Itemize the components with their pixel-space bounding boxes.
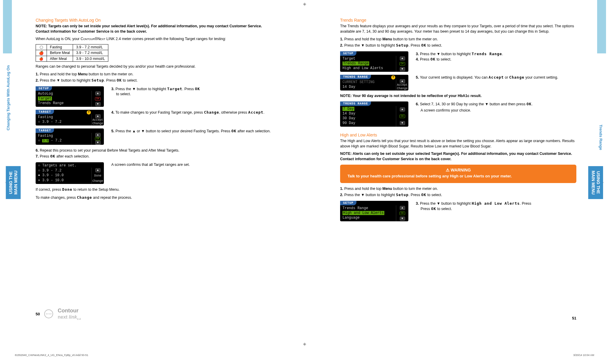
t: link bbox=[69, 314, 77, 320]
t: Change bbox=[77, 195, 92, 200]
ok-button: OK bbox=[399, 62, 405, 66]
t: Press bbox=[419, 57, 430, 61]
help-icon: ? bbox=[87, 110, 91, 115]
t: Press the ▼ button to highlight bbox=[114, 87, 167, 91]
file-name: 81552940_CntrNextLINK2_4_UG_ENca_FpBp_v0… bbox=[15, 354, 88, 357]
t: button to turn the meter on. bbox=[88, 72, 133, 76]
heading-high-low-alerts: High and Low Alerts bbox=[340, 133, 576, 137]
device-screen-setup-alerts: SETUP Trends Range High and Low Alerts L… bbox=[340, 201, 408, 221]
t: Setup bbox=[396, 193, 409, 197]
n: 5. bbox=[416, 75, 419, 80]
t: Setup bbox=[91, 78, 104, 82]
cell: Fasting bbox=[47, 44, 73, 50]
t: . Press bbox=[409, 193, 421, 197]
t: Target bbox=[38, 96, 52, 101]
device-screen-trends-select: TRENDS RANGE 7 Day 14 Day 30 Day 90 Day … bbox=[340, 101, 408, 127]
page-number: 51 bbox=[572, 316, 576, 320]
page-footer-left: 50 BAYER Contour next link2.4 bbox=[36, 308, 81, 320]
steps: 1. Press and hold the top Menu button to… bbox=[340, 186, 576, 198]
t: to select. bbox=[111, 92, 131, 96]
right-spine bbox=[597, 0, 606, 53]
menu-item: Trends Range bbox=[342, 61, 396, 66]
t: Press the ▼ button to highlight bbox=[419, 201, 472, 206]
t: ○ 3.9 - 7.2 bbox=[38, 120, 91, 124]
menu-item: Target bbox=[342, 56, 396, 61]
t: High and Low Alerts bbox=[472, 201, 520, 206]
up-arrow-icon: ▲ bbox=[400, 79, 405, 83]
t: to select. bbox=[426, 193, 442, 197]
make-changes: To make changes, press Change and repeat… bbox=[36, 195, 272, 201]
t: OK bbox=[195, 87, 200, 91]
page-number: 50 bbox=[36, 312, 40, 316]
cell: Before Meal bbox=[47, 50, 73, 56]
n: 2. bbox=[340, 43, 343, 47]
t: To make changes, press bbox=[36, 195, 77, 200]
t: OK bbox=[421, 43, 426, 47]
warning-box: ⚠ WARNING Talk to your health care profe… bbox=[340, 165, 576, 183]
list-item: 2. Press the ▼ button to highlight Setup… bbox=[340, 192, 576, 198]
t: Accept bbox=[489, 75, 504, 80]
section-tab-right: Trends Range bbox=[599, 125, 603, 150]
before-meal-icon: 🍎 bbox=[36, 50, 47, 56]
menu-item: High and Low Alerts bbox=[342, 66, 396, 71]
warning-body: Talk to your health care professional be… bbox=[348, 174, 569, 179]
menu-tab-left: USING THE MAIN MENU bbox=[6, 166, 21, 199]
device-screen-target-accept: TARGET ? Fasting ○ 3.9 - 7.2 ▲ Accept Ch… bbox=[36, 110, 104, 125]
t: to select. bbox=[436, 207, 452, 211]
cell: After Meal bbox=[47, 56, 73, 61]
t: Press and hold the top bbox=[343, 187, 382, 191]
step-5: 5. Press the ▲ or ▼ button to select you… bbox=[111, 128, 272, 134]
t: Contour bbox=[80, 37, 95, 41]
t: OK bbox=[117, 78, 122, 82]
t: . bbox=[532, 102, 532, 106]
t: your current setting. bbox=[524, 75, 558, 80]
t: Menu bbox=[78, 72, 88, 76]
crop-mark-top: ◈ bbox=[303, 1, 306, 6]
t: Done bbox=[62, 187, 72, 192]
screen-title: SETUP bbox=[340, 51, 356, 56]
step-5: 5. Your current setting is displayed. Yo… bbox=[416, 75, 576, 80]
t: Change bbox=[204, 110, 219, 115]
t: . bbox=[264, 110, 264, 115]
t: - 7.2 bbox=[49, 139, 61, 143]
n: 3. bbox=[416, 52, 419, 56]
steps: 1. Press and hold the top Menu button to… bbox=[340, 36, 576, 48]
t: WARNING bbox=[451, 168, 471, 172]
if-correct: If correct, press Done to return to the … bbox=[36, 187, 272, 193]
menu-item: 90 Day bbox=[342, 121, 396, 125]
t: Fasting bbox=[38, 115, 91, 120]
t: CURRENT SETTING bbox=[342, 80, 396, 85]
t: 14 Day bbox=[342, 85, 396, 89]
table-row: Fasting3.9 - 7.2 mmol/L bbox=[36, 44, 108, 50]
t: to return to the Setup Menu. bbox=[72, 187, 120, 192]
t: . Press bbox=[104, 78, 117, 82]
page-50: Changing Targets With AutoLog On USING T… bbox=[15, 6, 290, 341]
list-item: 2. Press the ▼ button to highlight Setup… bbox=[340, 43, 576, 48]
ok-button: OK bbox=[95, 137, 101, 141]
fasting-icon bbox=[36, 44, 47, 50]
print-date: 3/20/14 10:04 AM bbox=[573, 354, 594, 357]
print-footer: 81552940_CntrNextLINK2_4_UG_ENca_FpBp_v0… bbox=[15, 354, 594, 357]
section-tab-left: Changing Targets With AutoLog On bbox=[6, 65, 10, 130]
steps: 1. Press and hold the top Menu button to… bbox=[36, 71, 272, 83]
list-item: 7. Press OK after each selection. bbox=[36, 154, 272, 159]
t: Fasting bbox=[38, 133, 91, 138]
t: A screen confirms your choice. bbox=[416, 108, 576, 113]
change-label: Change bbox=[396, 87, 408, 90]
ok-button: OK bbox=[399, 115, 405, 118]
heading-trends-range: Trends Range bbox=[340, 18, 576, 23]
up-arrow-icon: ▲ bbox=[400, 107, 405, 112]
n: 5. bbox=[111, 129, 114, 133]
cell: 3.9 - 7.2 mmol/L bbox=[73, 50, 108, 56]
step-6: 6. Select 7, 14, 30 or 90 Day by using t… bbox=[416, 101, 576, 113]
brand-logo: Contour next link2.4 bbox=[58, 308, 80, 320]
t: Trends Range bbox=[472, 52, 502, 56]
crop-mark-mid: ◈ bbox=[303, 341, 306, 346]
t: . Press bbox=[182, 87, 195, 91]
t: If correct, press bbox=[36, 187, 62, 192]
n: 6. bbox=[416, 102, 419, 106]
up-arrow-icon: ▲ bbox=[400, 56, 405, 61]
t: Press bbox=[39, 154, 50, 158]
n: 1. bbox=[36, 72, 39, 76]
t: OK bbox=[431, 206, 436, 211]
